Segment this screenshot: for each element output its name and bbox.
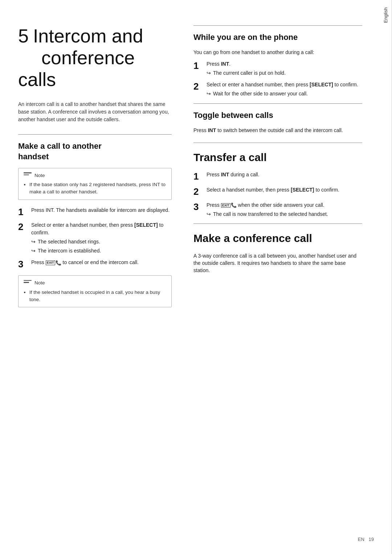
left-column: 5Intercom and conference calls An interc…: [0, 15, 183, 539]
note-header-2: Note: [24, 279, 166, 287]
note-icon-2: [24, 280, 32, 286]
make-call-steps: 1 Press INT. The handsets available for …: [18, 206, 172, 270]
step-2: 2 Select or enter a handset number, then…: [18, 221, 172, 254]
transfer-step-1: 1 Press INT during a call.: [193, 171, 362, 182]
main-content: 5Intercom and conference calls An interc…: [0, 0, 380, 554]
step-content-1: Press INT. The handsets available for in…: [31, 206, 172, 214]
step-content-3: Press EXIT📞 to cancel or end the interco…: [31, 259, 172, 266]
divider-right-4: [193, 223, 362, 224]
phone-step-content-2: Select or enter a handset number, then p…: [207, 81, 362, 98]
phone-steps: 1 Press INT. ↪ The current caller is put…: [193, 60, 362, 98]
step-1: 1 Press INT. The handsets available for …: [18, 206, 172, 217]
transfer-step-content-2: Select a handset number, then press [SEL…: [207, 186, 362, 194]
page-container: 5Intercom and conference calls An interc…: [0, 0, 392, 554]
transfer-step-3: 3 Press EXIT📞 when the other side answer…: [193, 201, 362, 218]
note-item-1: If the base station only has 2 registere…: [29, 181, 166, 196]
chapter-title: 5Intercom and conference calls: [18, 25, 172, 90]
note-box-1: Note If the base station only has 2 regi…: [18, 168, 172, 200]
transfer-step-number-3: 3: [193, 201, 207, 212]
phone-step-2: 2 Select or enter a handset number, then…: [193, 81, 362, 98]
note-item-2: If the selected handset is occupied in a…: [29, 289, 166, 304]
arrow-2-2: ↪ The intercom is established.: [31, 247, 172, 255]
phone-arrow-1: ↪ The current caller is put on hold.: [207, 70, 362, 77]
transfer-step-number-1: 1: [193, 171, 207, 182]
step-content-2: Select or enter a handset number, then p…: [31, 221, 172, 254]
chapter-number: 5: [18, 25, 29, 46]
transfer-step-content-1: Press INT during a call.: [207, 171, 362, 178]
note-box-2: Note If the selected handset is occupied…: [18, 275, 172, 307]
divider-right-3: [193, 143, 362, 143]
toggle-text: Press INT to switch between the outside …: [193, 127, 362, 134]
page-number-area: EN 19: [358, 536, 374, 543]
note-icon-1: [24, 172, 32, 178]
section-heading-phone: While you are on the phone: [193, 32, 362, 43]
divider-right-2: [193, 103, 362, 104]
transfer-step-number-2: 2: [193, 186, 207, 197]
step-number-3: 3: [18, 259, 31, 270]
arrow-sym-2-1: ↪: [31, 238, 36, 246]
note-header-1: Note: [24, 172, 166, 179]
step-number-2: 2: [18, 221, 31, 232]
section-heading-conference: Make a conference call: [193, 230, 362, 246]
section-heading-toggle: Toggle between calls: [193, 110, 362, 121]
chapter-intro: An intercom call is a call to another ha…: [18, 100, 172, 123]
transfer-steps: 1 Press INT during a call. 2 Select a ha…: [193, 171, 362, 218]
phone-step-content-1: Press INT. ↪ The current caller is put o…: [207, 60, 362, 77]
conference-text: A 3-way conference call is a call betwee…: [193, 252, 362, 274]
phone-step-number-2: 2: [193, 81, 207, 92]
note-list-1: If the base station only has 2 registere…: [24, 181, 166, 196]
arrow-2-1: ↪ The selected handset rings.: [31, 238, 172, 246]
phone-arrow-2: ↪ Wait for the other side to answer your…: [207, 90, 362, 98]
sidebar-label: English: [380, 0, 392, 554]
note-list-2: If the selected handset is occupied in a…: [24, 289, 166, 304]
exit-icon-2: EXIT📞: [221, 202, 237, 209]
section-heading-transfer: Transfer a call: [193, 149, 362, 165]
right-column: While you are on the phone You can go fr…: [183, 15, 380, 539]
transfer-step-content-3: Press EXIT📞 when the other side answers …: [207, 201, 362, 218]
arrow-sym-2-2: ↪: [31, 247, 36, 255]
section-heading-make-call: Make a call to another handset: [18, 141, 172, 162]
divider-right-1: [193, 25, 362, 26]
transfer-arrow-1: ↪ The call is now transferred to the sel…: [207, 211, 362, 218]
exit-icon-1: EXIT📞: [46, 259, 61, 267]
phone-step-1: 1 Press INT. ↪ The current caller is put…: [193, 60, 362, 77]
phone-intro: You can go from one handset to another d…: [193, 49, 362, 56]
transfer-step-2: 2 Select a handset number, then press [S…: [193, 186, 362, 197]
step-number-1: 1: [18, 206, 31, 217]
step-3: 3 Press EXIT📞 to cancel or end the inter…: [18, 259, 172, 270]
phone-step-number-1: 1: [193, 60, 207, 71]
divider-1: [18, 134, 172, 135]
